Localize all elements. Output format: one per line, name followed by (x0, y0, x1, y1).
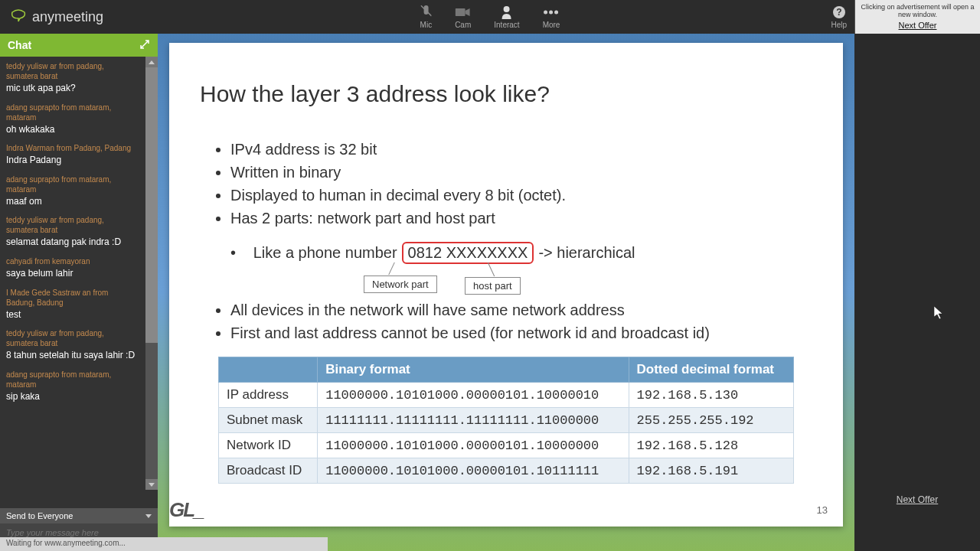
mic-button[interactable]: Mic (420, 5, 433, 29)
network-part-label: Network part (364, 276, 437, 293)
chat-message: adang suprapto from mataram, mataramsip … (6, 370, 150, 403)
svg-text:?: ? (836, 7, 841, 18)
cam-button[interactable]: Cam (455, 5, 471, 29)
app-name: anymeeting (32, 9, 103, 25)
ad-panel: Clicking on advertisement will open a ne… (854, 0, 980, 34)
bullet: First and last address cannot be used (f… (230, 321, 812, 344)
chat-title: Chat (8, 39, 31, 51)
bullet: Has 2 parts: network part and host part (230, 207, 812, 230)
status-bar: Waiting for www.anymeeting.com... (0, 537, 328, 551)
table-header (219, 357, 318, 383)
chat-header: Chat (0, 34, 158, 57)
bullet: All devices in the network will have sam… (230, 298, 812, 321)
table-header: Dotted decimal format (629, 357, 793, 383)
bullet: Written in binary (230, 161, 812, 184)
phone-highlight: 0812 XXXXXXXX (402, 242, 534, 264)
presentation-area: How the layer 3 address look like? IPv4 … (158, 34, 854, 551)
slide-title: How the layer 3 address look like? (200, 81, 812, 107)
svg-point-4 (544, 10, 548, 14)
table-row: Network ID 11000000.10101000.00000101.10… (219, 433, 794, 458)
slide-logo: GL_ (169, 498, 204, 522)
chat-message: teddy yulisw ar from padang, sumatera ba… (6, 61, 150, 95)
table-row: Subnet mask 11111111.11111111.11111111.1… (219, 408, 794, 433)
chat-message: Indra Warman from Padang, PadangIndra Pa… (6, 143, 150, 167)
chat-message: I Made Gede Sastraw an from Badung, Badu… (6, 288, 150, 321)
next-offer-link[interactable]: Next Offer (855, 21, 980, 30)
host-part-label: host part (465, 277, 521, 295)
svg-point-5 (550, 10, 554, 14)
more-button[interactable]: More (543, 5, 560, 29)
ad-notice: Clicking on advertisement will open a ne… (855, 3, 980, 18)
slide-number: 13 (817, 504, 828, 516)
scroll-thumb[interactable] (145, 67, 158, 343)
scroll-up-button[interactable] (145, 57, 158, 67)
svg-point-3 (504, 6, 510, 12)
right-ad-panel: Next Offer (854, 34, 980, 551)
mic-icon (420, 5, 431, 19)
chevron-down-icon (145, 514, 152, 518)
chat-panel: Chat teddy yulisw ar from padang, sumate… (0, 34, 158, 551)
chat-popout-icon[interactable] (139, 39, 150, 52)
top-bar: anymeeting Mic Cam Interact More (0, 0, 980, 34)
chat-messages: teddy yulisw ar from padang, sumatera ba… (0, 57, 158, 508)
chat-message: teddy yulisw ar from padang, sumatera ba… (6, 328, 150, 362)
phone-example: • Like a phone number 0812 XXXXXXXX -> h… (230, 242, 812, 295)
send-to-dropdown[interactable]: Send to Everyone (0, 508, 158, 523)
bullet-list: All devices in the network will have sam… (230, 298, 812, 344)
cam-icon (456, 5, 471, 19)
table-header: Binary format (318, 357, 629, 383)
chat-message: cahyadi from kemayoransaya belum lahir (6, 256, 150, 280)
bullet: Displayed to human in decimal every 8 bi… (230, 184, 812, 207)
bullet: IPv4 address is 32 bit (230, 138, 812, 161)
interact-button[interactable]: Interact (494, 5, 519, 29)
help-button[interactable]: ? Help (831, 5, 847, 29)
svg-rect-2 (456, 8, 466, 16)
table-row: Broadcast ID 11000000.10101000.00000101.… (219, 458, 794, 484)
app-logo: anymeeting (0, 9, 113, 25)
bullet-list: IPv4 address is 32 bit Written in binary… (230, 138, 812, 230)
logo-icon (9, 9, 28, 24)
chat-message: adang suprapto from mataram, mataramoh w… (6, 103, 150, 136)
chat-message: adang suprapto from mataram, matarammaaf… (6, 174, 150, 208)
help-icon: ? (832, 5, 846, 19)
svg-point-6 (555, 10, 559, 14)
table-row: IP address 11000000.10101000.00000101.10… (219, 383, 794, 408)
chat-scrollbar[interactable] (145, 57, 158, 490)
chat-message: teddy yulisw ar from padang, sumatera ba… (6, 215, 150, 249)
ip-table: Binary format Dotted decimal format IP a… (218, 357, 794, 484)
slide: How the layer 3 address look like? IPv4 … (169, 43, 843, 527)
scroll-down-button[interactable] (145, 479, 158, 490)
next-offer-link-bottom[interactable]: Next Offer (897, 494, 938, 505)
more-icon (544, 5, 559, 19)
interact-icon (501, 5, 513, 19)
